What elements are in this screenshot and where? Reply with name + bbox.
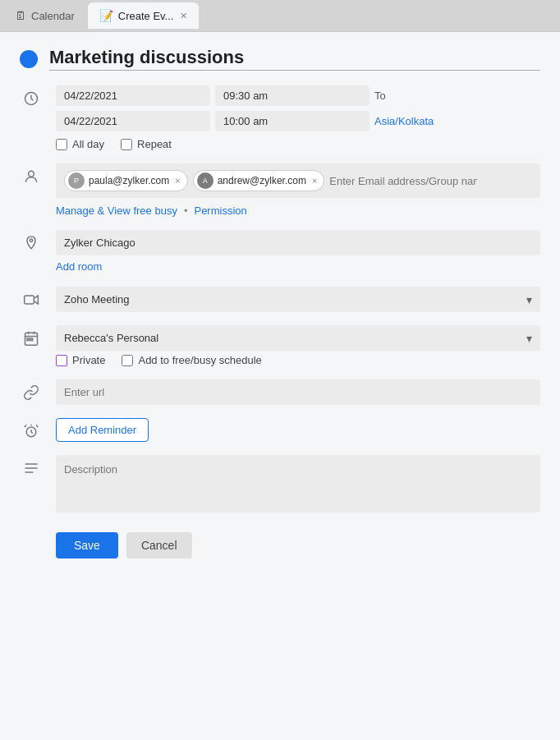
datetime-form-row: To Asia/Kolkata All day Repeat: [20, 85, 540, 150]
calendar-content: Rebecca's Personal Private Add to free/b…: [56, 325, 540, 366]
meeting-type-select[interactable]: Zoho Meeting: [56, 287, 540, 312]
attendee-email-paula: paula@zylker.com: [89, 175, 169, 186]
end-time-input[interactable]: [215, 111, 370, 131]
attendees-content: P paula@zylker.com × A andrew@zylker.com…: [56, 163, 540, 217]
dot-separator: •: [184, 205, 188, 217]
start-time-input[interactable]: [215, 85, 370, 106]
add-room-link[interactable]: Add room: [56, 260, 102, 273]
reminder-form-row: Add Reminder: [20, 418, 540, 442]
link-icon: [20, 379, 43, 401]
remove-andrew-button[interactable]: ×: [312, 176, 317, 186]
main-content: To Asia/Kolkata All day Repeat: [0, 31, 560, 740]
attendee-email-andrew: andrew@zylker.com: [218, 175, 306, 186]
attendee-avatar-andrew: A: [197, 172, 213, 189]
attendee-links: Manage & View free busy • Permission: [56, 205, 540, 217]
svg-point-1: [29, 171, 34, 177]
close-tab-button[interactable]: ✕: [180, 11, 187, 21]
repeat-label: Repeat: [137, 138, 172, 150]
datetime-content: To Asia/Kolkata All day Repeat: [56, 85, 540, 150]
url-form-row: [20, 379, 540, 405]
svg-rect-8: [27, 338, 30, 341]
event-title-input[interactable]: [49, 47, 540, 71]
save-button[interactable]: Save: [56, 532, 118, 558]
meeting-type-content: Zoho Meeting: [56, 287, 540, 312]
manage-free-busy-link[interactable]: Manage & View free busy: [56, 205, 177, 217]
calendar-tab-label: Calendar: [31, 10, 75, 22]
repeat-checkbox-label[interactable]: Repeat: [121, 138, 172, 150]
calendar-tab-icon: 🗓: [15, 9, 26, 22]
all-day-checkbox-label[interactable]: All day: [56, 138, 104, 150]
svg-line-11: [25, 425, 27, 428]
attendee-box: P paula@zylker.com × A andrew@zylker.com…: [56, 163, 540, 198]
free-busy-label: Add to free/busy schedule: [138, 354, 261, 366]
privacy-row: Private Add to free/busy schedule: [56, 354, 540, 366]
tab-calendar[interactable]: 🗓 Calendar: [3, 2, 86, 29]
description-content: [56, 455, 540, 516]
repeat-checkbox[interactable]: [121, 139, 132, 150]
location-content: Add room: [56, 230, 540, 273]
all-day-checkbox[interactable]: [56, 139, 67, 150]
description-icon: [20, 455, 43, 476]
action-row: Save Cancel: [20, 532, 540, 558]
to-label: To: [374, 90, 386, 102]
tab-bar: 🗓 Calendar 📝 Create Ev... ✕: [0, 0, 560, 31]
edit-tab-icon: 📝: [99, 9, 113, 22]
meeting-type-form-row: Zoho Meeting: [20, 287, 540, 312]
svg-line-12: [36, 425, 39, 428]
person-icon: [20, 163, 43, 185]
location-input[interactable]: [56, 230, 540, 255]
attendee-chip-paula: P paula@zylker.com ×: [64, 170, 188, 191]
location-form-row: Add room: [20, 230, 540, 273]
calendar-select-wrapper: Rebecca's Personal: [56, 325, 540, 351]
datetime-row: To Asia/Kolkata: [56, 85, 540, 131]
calendar-select[interactable]: Rebecca's Personal: [56, 325, 540, 351]
free-busy-checkbox[interactable]: [122, 355, 133, 366]
calendar-form-row: Rebecca's Personal Private Add to free/b…: [20, 325, 540, 366]
title-row: [20, 47, 540, 71]
url-input[interactable]: [56, 379, 540, 405]
attendee-chip-andrew: A andrew@zylker.com ×: [193, 170, 325, 191]
permission-link[interactable]: Permission: [194, 205, 246, 217]
svg-rect-3: [25, 296, 34, 304]
description-input[interactable]: [56, 455, 540, 512]
private-checkbox[interactable]: [56, 355, 67, 366]
attendee-avatar-paula: P: [68, 172, 85, 189]
add-reminder-button[interactable]: Add Reminder: [56, 418, 149, 442]
description-form-row: [20, 455, 540, 516]
private-checkbox-label[interactable]: Private: [56, 354, 105, 366]
all-day-label: All day: [72, 138, 104, 150]
url-content: [56, 379, 540, 405]
end-date-input[interactable]: [56, 111, 210, 131]
create-event-tab-label: Create Ev...: [118, 10, 174, 22]
calendar-icon: [20, 325, 43, 347]
remove-paula-button[interactable]: ×: [175, 176, 180, 186]
start-date-input[interactable]: [56, 85, 210, 106]
timezone-link[interactable]: Asia/Kolkata: [374, 115, 434, 127]
cancel-button[interactable]: Cancel: [126, 532, 192, 558]
attendee-input[interactable]: [329, 175, 477, 187]
reminder-content: Add Reminder: [56, 418, 540, 442]
svg-rect-9: [30, 338, 33, 341]
video-icon: [20, 287, 43, 308]
private-label: Private: [72, 354, 105, 366]
free-busy-checkbox-label[interactable]: Add to free/busy schedule: [122, 354, 261, 366]
allday-repeat-row: All day Repeat: [56, 138, 540, 150]
location-icon: [20, 230, 43, 251]
clock-icon: [20, 85, 43, 107]
attendees-form-row: P paula@zylker.com × A andrew@zylker.com…: [20, 163, 540, 217]
tab-create-event[interactable]: 📝 Create Ev... ✕: [88, 2, 200, 29]
alarm-icon: [20, 418, 43, 439]
svg-point-2: [30, 239, 32, 241]
event-color-dot: [20, 50, 38, 68]
